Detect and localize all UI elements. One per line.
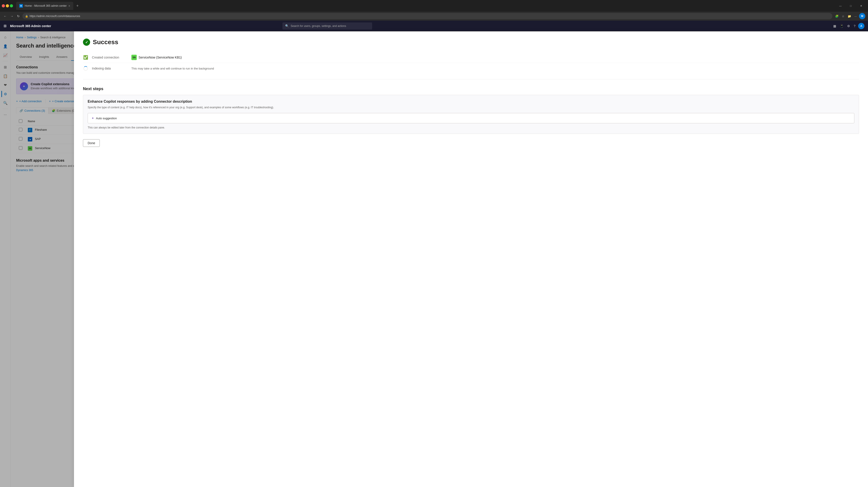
edit-note: This can always be edited later from the… — [88, 126, 854, 129]
window-max-btn[interactable] — [10, 4, 13, 7]
step-created-connection: ✅ Created connection SN ServiceNow (Serv… — [83, 52, 859, 63]
browser-chrome: M Home - Microsoft 365 admin center ✕ + … — [0, 0, 868, 12]
auto-suggestion-label: Auto suggestion — [96, 117, 117, 120]
favorites-icon[interactable]: ☆ — [841, 14, 845, 19]
auto-suggestion-box[interactable]: ✦ Auto suggestion — [88, 113, 854, 123]
admin-header: ⊞ Microsoft 365 Admin center 🔍 Search fo… — [0, 21, 868, 31]
extensions-icon[interactable]: 🧩 — [834, 14, 840, 19]
win-close[interactable]: ✕ — [856, 2, 866, 9]
enhance-desc: Specify the type of content (e.g. IT hel… — [88, 105, 854, 110]
step-indexing-note: This may take a while and will continue … — [131, 67, 214, 70]
step-created-icon: ✅ — [83, 55, 88, 60]
window-min-btn[interactable] — [6, 4, 9, 7]
collections-icon[interactable]: 📁 — [847, 14, 852, 19]
waffle-menu-icon[interactable]: ⊞ — [4, 24, 6, 28]
help-icon[interactable]: ? — [853, 23, 856, 29]
win-maximize[interactable]: □ — [845, 2, 856, 9]
header-icons: ▦ 📱 ⚙ ? A — [832, 23, 864, 29]
admin-search-bar[interactable]: 🔍 Search for users, groups, settings, an… — [282, 23, 372, 30]
lock-icon: 🔒 — [25, 15, 28, 18]
success-panel: ✓ Success ✅ Created connection SN Servic… — [74, 31, 868, 487]
search-placeholder-text: Search for users, groups, settings, and … — [290, 25, 346, 28]
tab-close-btn[interactable]: ✕ — [68, 5, 70, 7]
status-steps: ✅ Created connection SN ServiceNow (Serv… — [83, 52, 859, 80]
active-tab[interactable]: M Home - Microsoft 365 admin center ✕ — [16, 2, 73, 10]
next-steps-section: Next steps Enhance Copilot responses by … — [83, 87, 859, 147]
step-check-icon: ✅ — [83, 55, 88, 60]
win-controls: — □ ✕ — [835, 2, 866, 9]
settings-header-icon[interactable]: ⚙ — [846, 23, 851, 29]
success-title-row: ✓ Success — [83, 38, 859, 46]
step-created-value: SN ServiceNow (ServiceNow KB1) — [131, 55, 182, 60]
address-bar-row: ← → ↻ 🔒 https://admin.microsoft.com/#/da… — [0, 12, 868, 21]
servicenow-step-name: ServiceNow (ServiceNow KB1) — [138, 56, 182, 59]
step-indexing-data: Indexing data This may take a while and … — [83, 63, 859, 74]
menu-icon[interactable]: ··· — [854, 14, 858, 19]
tab-favicon: M — [19, 4, 23, 8]
win-minimize[interactable]: — — [835, 2, 845, 9]
step-indexing-icon — [83, 66, 88, 71]
enhance-title: Enhance Copilot responses by adding Conn… — [88, 99, 854, 103]
reload-btn[interactable]: ↻ — [16, 13, 21, 19]
indexing-spinner — [83, 66, 88, 71]
address-bar[interactable]: 🔒 https://admin.microsoft.com/#/datasour… — [23, 13, 832, 19]
dashboard-icon[interactable]: ▦ — [832, 23, 837, 29]
forward-btn[interactable]: → — [9, 13, 14, 19]
url-text: https://admin.microsoft.com/#/datasource… — [30, 14, 830, 18]
tab-title: Home - Microsoft 365 admin center — [25, 4, 67, 7]
admin-logo: Microsoft 365 Admin center — [10, 24, 51, 28]
step-created-label: Created connection — [92, 56, 128, 59]
enhance-card: Enhance Copilot responses by adding Conn… — [83, 95, 859, 134]
magic-wand-icon: ✦ — [91, 116, 94, 120]
user-profile-avatar[interactable]: A — [858, 23, 864, 29]
step-indexing-label: Indexing data — [92, 67, 128, 70]
search-icon: 🔍 — [285, 24, 289, 28]
window-close-btn[interactable] — [2, 4, 5, 7]
servicenow-step-icon: SN — [131, 55, 137, 60]
mobile-icon[interactable]: 📱 — [839, 23, 844, 29]
browser-profile-icon[interactable]: M — [859, 13, 865, 19]
new-tab-button[interactable]: + — [74, 3, 81, 9]
tab-bar: M Home - Microsoft 365 admin center ✕ + — [16, 2, 832, 10]
back-btn[interactable]: ← — [3, 13, 8, 19]
window-controls — [2, 4, 13, 7]
done-button[interactable]: Done — [83, 139, 100, 147]
next-steps-title: Next steps — [83, 87, 859, 91]
success-check-icon: ✓ — [83, 38, 90, 46]
browser-toolbar-icons: 🧩 ☆ 📁 ··· M — [834, 13, 865, 19]
success-title-text: Success — [93, 38, 118, 46]
